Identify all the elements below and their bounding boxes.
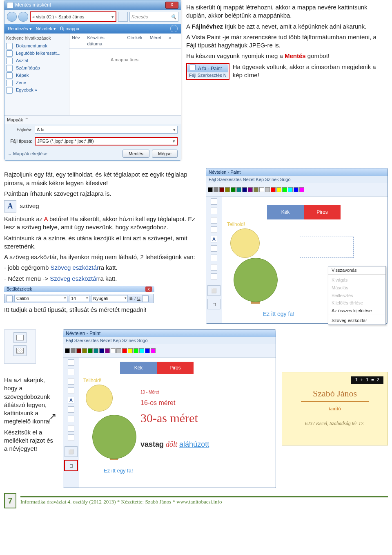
filename-input[interactable]: A fa▾ xyxy=(35,126,178,134)
vertical-text-icon[interactable] xyxy=(142,295,149,302)
organize-button[interactable]: Rendezés ▾ xyxy=(8,26,32,32)
paint-window: Névtelen - Paint Fájl Szerkesztés Nézet … xyxy=(206,168,388,324)
tool-icon[interactable] xyxy=(68,425,74,432)
para: Ha ügyesek voltunk, akkor a címsorban me… xyxy=(233,63,385,80)
cancel-button[interactable]: Mégse xyxy=(152,150,178,158)
folder-icon xyxy=(6,43,13,49)
text-tool-icon[interactable]: A xyxy=(68,397,74,403)
toolbox[interactable]: A ⬜ ◻ xyxy=(206,197,222,323)
tool-icon[interactable] xyxy=(68,369,74,375)
tool-icon[interactable] xyxy=(211,245,217,252)
views-button[interactable]: Nézetek ▾ xyxy=(36,26,56,32)
font-select[interactable]: Calibri xyxy=(14,295,67,302)
tool-icon[interactable] xyxy=(68,378,74,385)
business-card-wrapper: 1 + 1 = 2 Szabó János tanító 6237 Kecel,… xyxy=(282,329,388,488)
paint-canvas[interactable]: Kék Piros Telihold! Ez itt egy fa! Vissz… xyxy=(222,197,388,323)
para: Ha sikerült új mappát létrehozni, akkor … xyxy=(186,3,385,20)
hide-folders-button[interactable]: ⌄ Mappák elrejtése xyxy=(4,149,51,159)
tool-icon[interactable] xyxy=(211,226,217,233)
close-icon[interactable]: X xyxy=(165,2,178,9)
favorites-sidebar: Kedvenc hivatkozások Dokumentumok Legutó… xyxy=(4,34,69,115)
tool-icon[interactable] xyxy=(211,273,217,280)
ctx-item: Beillesztés xyxy=(328,292,385,300)
tool-icon[interactable] xyxy=(211,198,217,205)
tool-icon[interactable] xyxy=(211,255,217,261)
breadcrumb[interactable]: « vista (C:) › Szabó János ▾ xyxy=(30,11,116,22)
page-footer: 7 Informatika óravázlat 4. osztály (2012… xyxy=(4,493,388,508)
toolbox[interactable]: A ⬜ ◻ xyxy=(63,358,79,488)
sidebar-item[interactable]: Asztal xyxy=(6,57,67,65)
tool-icon[interactable] xyxy=(68,387,74,394)
paint-menubar[interactable]: Fájl Szerkesztés Nézet Kép Színek Súgó xyxy=(63,337,276,344)
opaque-bg-icon[interactable]: ⬜ xyxy=(65,446,78,457)
paint-window: Névtelen - Paint Fájl Szerkesztés Nézet … xyxy=(63,329,276,488)
opaque-bg-icon[interactable] xyxy=(13,332,27,343)
sidebar-item[interactable]: Legutóbb felkeresett... xyxy=(6,50,67,57)
text-tool-icon[interactable]: A xyxy=(211,236,217,242)
bold-button[interactable]: B xyxy=(129,295,133,302)
ctx-item[interactable]: Visszavonás xyxy=(328,266,385,274)
sidebar-item[interactable]: Zene xyxy=(6,79,67,87)
forward-button[interactable] xyxy=(18,12,28,22)
card-address: 6237 Kecel, Szabadság tér 17. xyxy=(286,420,383,427)
tool-icon[interactable] xyxy=(211,264,217,271)
text-selection-box[interactable] xyxy=(300,237,354,258)
opaque-bg-icon[interactable]: ⬜ xyxy=(207,285,220,296)
sidebar-item[interactable]: Dokumentumok xyxy=(6,43,67,50)
transparent-bg-icon[interactable] xyxy=(13,345,27,356)
tool-icon[interactable] xyxy=(68,359,74,366)
dialog-icon xyxy=(7,2,13,9)
ctx-item[interactable]: Szöveg eszköztár xyxy=(328,317,385,324)
transparent-bg-icon[interactable]: ◻ xyxy=(64,460,78,471)
close-icon[interactable]: x xyxy=(145,286,152,292)
italic-button[interactable]: I xyxy=(134,295,136,302)
chevron-up-icon: ˄ xyxy=(25,117,29,123)
filetype-select[interactable]: JPEG (*.jpg;*.jpeg;*.jpe;*.jfif)▾ xyxy=(35,137,178,145)
sidebar-item[interactable]: Számítógép xyxy=(6,65,67,72)
red-rect: Piros xyxy=(157,362,194,374)
canvas-caption: Ez itt egy fa! xyxy=(263,310,294,318)
new-folder-button[interactable]: Új mappa xyxy=(60,26,79,32)
color-palette[interactable] xyxy=(63,344,276,358)
music-icon xyxy=(6,80,13,86)
para: - jobb egérgomb Szöveg eszköztárra katt. xyxy=(4,264,200,272)
folder-icon xyxy=(6,50,13,57)
ctx-item: Kijelölés törlése xyxy=(328,299,385,307)
chevron-down-icon[interactable]: ▾ xyxy=(111,14,114,20)
search-input[interactable]: Keresés 🔍 xyxy=(129,12,178,22)
para: Kattintsunk az A betűre! Ha sikerült, ak… xyxy=(4,215,200,232)
sidebar-item[interactable]: Egyebek » xyxy=(6,87,67,94)
column[interactable]: Méret xyxy=(150,35,161,47)
color-palette[interactable] xyxy=(206,183,388,197)
script-select[interactable]: Nyugati xyxy=(91,295,128,302)
blue-rect: Kék xyxy=(267,205,304,219)
underline-button[interactable]: U xyxy=(137,295,140,302)
images-icon xyxy=(6,72,13,79)
folders-collapser[interactable]: Mappák ˄ xyxy=(4,115,181,124)
breadcrumb-prefix: « vista (C:) › xyxy=(32,14,57,20)
column[interactable]: Név xyxy=(72,35,80,47)
column[interactable]: Készítés dátuma xyxy=(87,35,120,47)
dialog-title: Mentés másként xyxy=(15,2,51,8)
tree-crown xyxy=(234,258,278,302)
tool-icon[interactable] xyxy=(211,208,217,214)
size-select[interactable]: 14 xyxy=(69,295,89,302)
refresh-button[interactable] xyxy=(118,12,128,22)
paint-canvas[interactable]: Kék Piros Telihold! 10 - Méret 16-os mér… xyxy=(79,358,276,484)
transparent-bg-icon[interactable]: ◻ xyxy=(207,299,220,309)
column[interactable]: Címkék xyxy=(127,35,142,47)
search-placeholder: Keresés xyxy=(131,14,148,20)
column-headers[interactable]: Név Készítés dátuma Címkék Méret » xyxy=(69,34,181,49)
sidebar-item[interactable]: Képek xyxy=(6,72,67,79)
tool-icon[interactable] xyxy=(68,434,74,441)
context-menu[interactable]: Visszavonás Kivágás Másolás Beillesztés … xyxy=(328,266,386,325)
folder-icon xyxy=(6,87,13,94)
red-rect: Piros xyxy=(304,205,341,219)
tool-icon[interactable] xyxy=(211,217,217,224)
ctx-item[interactable]: Az összes kijelölése xyxy=(328,307,385,315)
save-button[interactable]: Mentés xyxy=(122,150,149,158)
paint-menubar[interactable]: Fájl Szerkesztés Nézet Kép Színek Súgó xyxy=(206,176,388,183)
back-button[interactable] xyxy=(7,12,17,22)
help-icon[interactable] xyxy=(170,25,178,32)
chevron-right-icon[interactable]: » xyxy=(169,35,171,47)
